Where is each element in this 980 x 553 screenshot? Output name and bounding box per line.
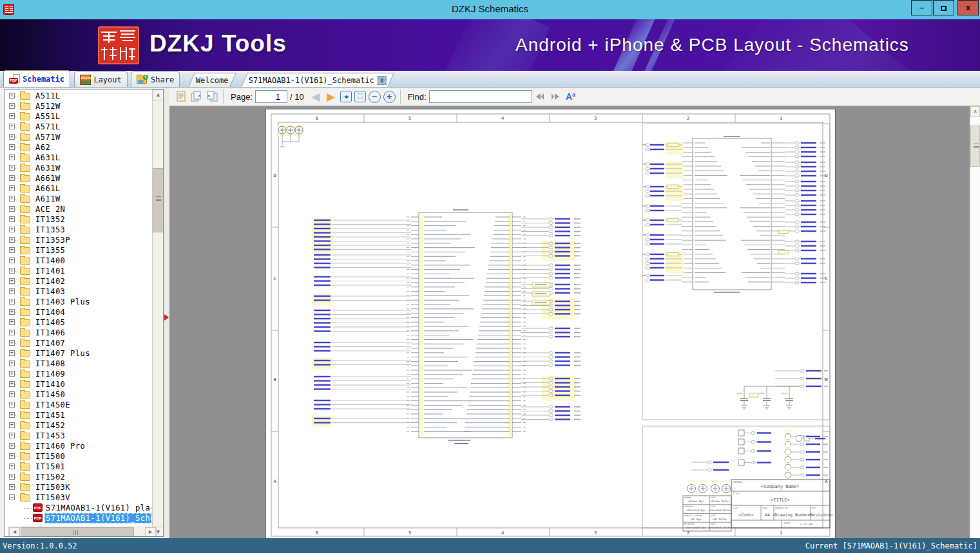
- expand-icon[interactable]: +: [9, 196, 15, 202]
- sidebar-item-it1450e[interactable]: +IT1450E: [5, 400, 151, 410]
- find-next-icon[interactable]: [548, 89, 563, 104]
- expand-icon[interactable]: +: [9, 464, 15, 469]
- expand-icon[interactable]: +: [9, 391, 15, 397]
- tab-schematic[interactable]: PDFSchematic: [3, 70, 70, 87]
- expand-icon[interactable]: +: [9, 175, 15, 181]
- viewer-scroll-up-icon[interactable]: ∧: [970, 106, 980, 117]
- expand-icon[interactable]: +: [9, 309, 15, 315]
- schematic-page[interactable]: 665544332211DDCCBBAADRAWN:<Drawn By>DATE…: [266, 109, 835, 538]
- minimize-button[interactable]: –: [911, 0, 932, 15]
- expand-icon[interactable]: +: [9, 93, 15, 98]
- viewer-vertical-scrollbar[interactable]: ∧: [970, 106, 980, 538]
- previous-page-icon[interactable]: ◀: [308, 89, 323, 104]
- expand-icon[interactable]: +: [9, 288, 15, 294]
- expand-icon[interactable]: +: [9, 258, 15, 263]
- tab-share[interactable]: +Share: [131, 71, 180, 87]
- splitter-collapse-icon[interactable]: [164, 314, 169, 321]
- expand-icon[interactable]: +: [9, 124, 15, 129]
- sidebar-item-a551l[interactable]: +A551L: [5, 111, 151, 122]
- panel-splitter[interactable]: [164, 88, 169, 538]
- sidebar-item-it1405[interactable]: +IT1405: [5, 317, 151, 328]
- sidebar-item-it1355[interactable]: +IT1355: [5, 245, 151, 256]
- sidebar-item-it1451[interactable]: +IT1451: [5, 410, 151, 420]
- document-tab-active[interactable]: S71MAOAB1-1(V161)_Schematicx: [241, 73, 394, 87]
- sidebar-item-a661w[interactable]: +A661W: [5, 173, 151, 183]
- tree-vertical-scrollbar[interactable]: ▲ ▼: [152, 89, 163, 537]
- scroll-up-icon[interactable]: ▲: [153, 89, 164, 100]
- sidebar-item-it1404[interactable]: +IT1404: [5, 307, 151, 317]
- fit-width-icon[interactable]: ◂▸: [340, 91, 352, 102]
- sidebar-item-it1501[interactable]: +IT1501: [5, 462, 151, 472]
- expand-icon[interactable]: +: [9, 113, 15, 119]
- sidebar-item-it1410[interactable]: +IT1410: [5, 379, 151, 389]
- expand-icon[interactable]: +: [9, 381, 15, 387]
- scroll-left-icon[interactable]: ◄: [9, 527, 20, 537]
- zoom-out-icon[interactable]: −: [369, 91, 381, 103]
- expand-icon[interactable]: +: [9, 443, 15, 449]
- expand-icon[interactable]: +: [9, 371, 15, 377]
- document-tab-inactive[interactable]: Welcome: [188, 73, 236, 87]
- sidebar-item-it1503v[interactable]: −IT1503V: [5, 492, 151, 503]
- expand-icon[interactable]: +: [9, 278, 15, 284]
- sidebar-document-item[interactable]: PDFS71MAOAB1-1(V161) placement: [5, 503, 151, 513]
- expand-icon[interactable]: +: [9, 237, 15, 243]
- expand-icon[interactable]: +: [9, 165, 15, 171]
- sidebar-item-a571w[interactable]: +A571W: [5, 132, 151, 142]
- sidebar-document-selected[interactable]: PDFS71MAOAB1-1(V161)_Schematic: [5, 513, 151, 523]
- sidebar-item-it1500[interactable]: +IT1500: [5, 451, 151, 462]
- page-number-input[interactable]: [255, 90, 287, 103]
- next-view-icon[interactable]: [189, 89, 204, 104]
- tree-scroll-thumb[interactable]: [153, 168, 164, 232]
- next-page-icon[interactable]: ▶: [323, 89, 339, 104]
- sidebar-item-a571l[interactable]: +A571L: [5, 122, 151, 132]
- expand-icon[interactable]: +: [9, 144, 15, 150]
- single-page-icon[interactable]: [173, 89, 189, 104]
- sidebar-item-it1502[interactable]: +IT1502: [5, 472, 151, 482]
- viewer-scroll-thumb[interactable]: [970, 126, 980, 167]
- sidebar-item-it1450[interactable]: +IT1450: [5, 389, 151, 400]
- sidebar-item-a661l[interactable]: +A661L: [5, 183, 151, 194]
- sidebar-item-ace-2n[interactable]: +ACE 2N: [5, 204, 151, 214]
- sidebar-item-it1503k[interactable]: +IT1503K: [5, 482, 151, 492]
- expand-icon[interactable]: +: [9, 319, 15, 325]
- sidebar-item-it1407[interactable]: +IT1407: [5, 338, 151, 348]
- sidebar-item-it1353[interactable]: +IT1353: [5, 225, 151, 235]
- sidebar-item-it1407-plus[interactable]: +IT1407 Plus: [5, 348, 151, 359]
- expand-icon[interactable]: +: [9, 216, 15, 222]
- expand-icon[interactable]: +: [9, 433, 15, 438]
- expand-icon[interactable]: +: [9, 206, 15, 212]
- sidebar-item-it1403-plus[interactable]: +IT1403 Plus: [5, 297, 151, 307]
- tab-layout[interactable]: PADSLayout: [74, 71, 127, 87]
- sidebar-item-a631w[interactable]: +A631W: [5, 163, 151, 173]
- sidebar-item-it1400[interactable]: +IT1400: [5, 256, 151, 266]
- sidebar-item-it1353p[interactable]: +IT1353P: [5, 235, 151, 245]
- expand-icon[interactable]: +: [9, 361, 15, 366]
- sidebar-item-it1352[interactable]: +IT1352: [5, 214, 151, 225]
- tree-horizontal-scrollbar[interactable]: ◄ ►: [8, 527, 157, 537]
- expand-icon[interactable]: +: [9, 422, 15, 428]
- viewer-canvas[interactable]: 665544332211DDCCBBAADRAWN:<Drawn By>DATE…: [169, 106, 970, 538]
- tree-hscroll-thumb[interactable]: [21, 527, 134, 537]
- expand-icon[interactable]: +: [9, 402, 15, 408]
- expand-icon[interactable]: +: [9, 155, 15, 160]
- find-previous-icon[interactable]: [532, 89, 548, 104]
- sidebar-item-a511l[interactable]: +A511L: [5, 91, 151, 101]
- sidebar-item-a512w[interactable]: +A512W: [5, 101, 151, 111]
- expand-icon[interactable]: +: [9, 484, 15, 490]
- sidebar-item-it1408[interactable]: +IT1408: [5, 359, 151, 369]
- expand-icon[interactable]: +: [9, 134, 15, 140]
- collapse-icon[interactable]: −: [9, 494, 15, 500]
- expand-icon[interactable]: +: [9, 453, 15, 459]
- sidebar-item-it1453[interactable]: +IT1453: [5, 431, 151, 441]
- sidebar-item-a631l[interactable]: +A631L: [5, 153, 151, 163]
- sidebar-item-it1406[interactable]: +IT1406: [5, 328, 151, 338]
- sidebar-item-it1460-pro[interactable]: +IT1460 Pro: [5, 441, 151, 451]
- tab-close-icon[interactable]: x: [378, 76, 387, 85]
- expand-icon[interactable]: +: [9, 247, 15, 253]
- expand-icon[interactable]: +: [9, 299, 15, 305]
- sidebar-item-it1452[interactable]: +IT1452: [5, 420, 151, 431]
- prev-view-icon[interactable]: [204, 89, 220, 104]
- sidebar-item-it1401[interactable]: +IT1401: [5, 266, 151, 276]
- fit-page-icon[interactable]: ⛶: [354, 91, 366, 102]
- expand-icon[interactable]: +: [9, 103, 15, 109]
